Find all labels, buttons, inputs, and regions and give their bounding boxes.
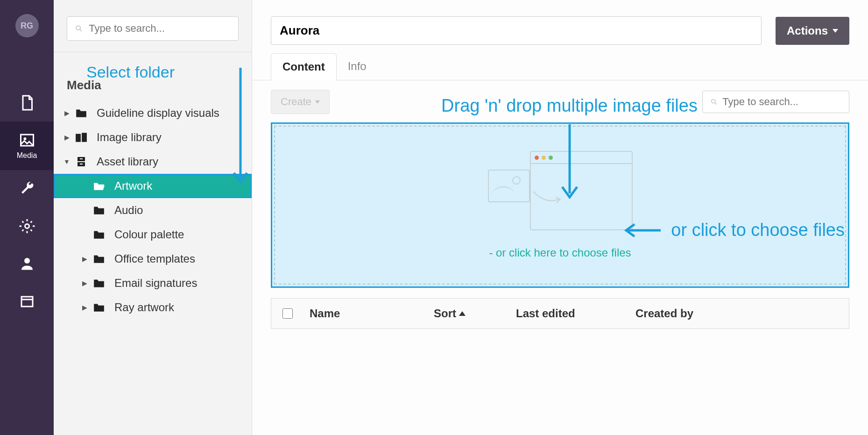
folder-icon bbox=[92, 254, 106, 264]
tree-item-artwork[interactable]: ▶Artwork bbox=[54, 174, 252, 198]
create-button[interactable]: Create bbox=[271, 90, 330, 114]
cabinet-icon bbox=[74, 157, 88, 167]
svg-point-1 bbox=[23, 137, 26, 140]
tree-item-label: Asset library bbox=[97, 155, 158, 168]
caret-right-icon[interactable]: ▶ bbox=[81, 304, 88, 311]
tab-info[interactable]: Info bbox=[337, 53, 378, 80]
tree-item-audio[interactable]: ▶Audio bbox=[54, 198, 252, 222]
svg-rect-7 bbox=[76, 134, 81, 142]
folder-icon bbox=[74, 108, 88, 118]
rail-item-media[interactable]: Media bbox=[0, 121, 54, 170]
main-panel: Actions ContentInfo Create Drag 'n' drop… bbox=[252, 0, 868, 435]
tree-item-email-signatures[interactable]: ▶Email signatures bbox=[54, 271, 252, 295]
tree-item-office-templates[interactable]: ▶Office templates bbox=[54, 247, 252, 271]
sidebar-search[interactable] bbox=[67, 16, 239, 41]
user-icon bbox=[19, 255, 35, 272]
rail-item-label: Media bbox=[17, 151, 37, 160]
caret-right-icon[interactable]: ▶ bbox=[63, 134, 71, 141]
nav-rail: RG Media bbox=[0, 0, 54, 435]
caret-down-icon[interactable]: ▼ bbox=[63, 158, 71, 165]
node-title-input[interactable] bbox=[271, 16, 762, 45]
svg-point-5 bbox=[76, 26, 80, 30]
column-name[interactable]: Name bbox=[310, 307, 417, 320]
sidebar-search-wrap bbox=[54, 0, 252, 52]
content-search[interactable] bbox=[702, 91, 849, 113]
svg-rect-12 bbox=[80, 164, 83, 164]
tree-item-label: Office templates bbox=[114, 252, 195, 265]
tree-item-image-library[interactable]: ▶Image library bbox=[54, 125, 252, 150]
svg-point-13 bbox=[712, 100, 715, 103]
actions-button[interactable]: Actions bbox=[776, 17, 849, 45]
column-last-edited[interactable]: Last edited bbox=[516, 307, 619, 320]
tree-item-label: Email signatures bbox=[114, 277, 197, 290]
tree-item-label: Audio bbox=[114, 204, 143, 217]
rail-item-content[interactable] bbox=[0, 84, 54, 121]
tree-item-label: Guideline display visuals bbox=[97, 107, 219, 120]
dropzone-illustration bbox=[488, 151, 633, 235]
dropzone-click-text[interactable]: - or click here to choose files bbox=[489, 246, 631, 259]
caret-right-icon[interactable]: ▶ bbox=[63, 109, 71, 117]
gear-icon bbox=[19, 218, 35, 235]
svg-point-2 bbox=[25, 224, 29, 228]
search-icon bbox=[75, 24, 83, 33]
sidebar: Select folder Media ▶Guideline display v… bbox=[54, 0, 252, 435]
rail-item-packages[interactable] bbox=[0, 282, 54, 320]
folder-icon bbox=[92, 205, 106, 215]
tab-bar: ContentInfo bbox=[252, 53, 868, 80]
tree-item-guideline-display-visuals[interactable]: ▶Guideline display visuals bbox=[54, 101, 252, 125]
list-header: Name Sort Last edited Created by bbox=[271, 298, 849, 329]
document-icon bbox=[19, 94, 35, 111]
image-icon bbox=[19, 132, 35, 149]
upload-dropzone[interactable]: - or click here to choose files bbox=[271, 122, 849, 288]
folder-open-icon bbox=[92, 181, 106, 191]
sidebar-search-input[interactable] bbox=[89, 22, 231, 35]
tree-heading: Media bbox=[54, 52, 252, 101]
media-tree: ▶Guideline display visuals▶Image library… bbox=[54, 101, 252, 329]
folder-icon bbox=[92, 229, 106, 240]
svg-rect-8 bbox=[82, 133, 87, 142]
tree-item-asset-library[interactable]: ▼Asset library bbox=[54, 150, 252, 174]
content-search-input[interactable] bbox=[722, 96, 841, 108]
tab-content[interactable]: Content bbox=[271, 53, 337, 80]
select-all-checkbox[interactable] bbox=[282, 308, 293, 319]
rail-item-settings[interactable] bbox=[0, 170, 54, 207]
folder-icon bbox=[92, 302, 106, 313]
user-avatar[interactable]: RG bbox=[15, 14, 39, 37]
devices-icon bbox=[74, 132, 88, 143]
tree-item-label: Colour palette bbox=[114, 228, 184, 241]
tree-item-label: Artwork bbox=[114, 179, 152, 193]
tree-item-colour-palette[interactable]: ▶Colour palette bbox=[54, 222, 252, 247]
tree-item-label: Ray artwork bbox=[114, 301, 174, 314]
search-icon bbox=[710, 98, 718, 106]
column-created-by[interactable]: Created by bbox=[635, 307, 729, 320]
wrench-icon bbox=[19, 180, 35, 197]
rail-item-users[interactable] bbox=[0, 245, 54, 282]
svg-rect-4 bbox=[21, 297, 33, 307]
svg-point-3 bbox=[24, 258, 30, 264]
package-icon bbox=[19, 292, 35, 309]
caret-right-icon[interactable]: ▶ bbox=[81, 255, 88, 263]
svg-rect-11 bbox=[80, 158, 83, 159]
tree-item-label: Image library bbox=[97, 131, 162, 144]
rail-item-config[interactable] bbox=[0, 207, 54, 245]
tree-item-ray-artwork[interactable]: ▶Ray artwork bbox=[54, 295, 252, 320]
column-sort[interactable]: Sort bbox=[434, 307, 499, 320]
folder-icon bbox=[92, 278, 106, 288]
caret-right-icon[interactable]: ▶ bbox=[81, 279, 88, 287]
